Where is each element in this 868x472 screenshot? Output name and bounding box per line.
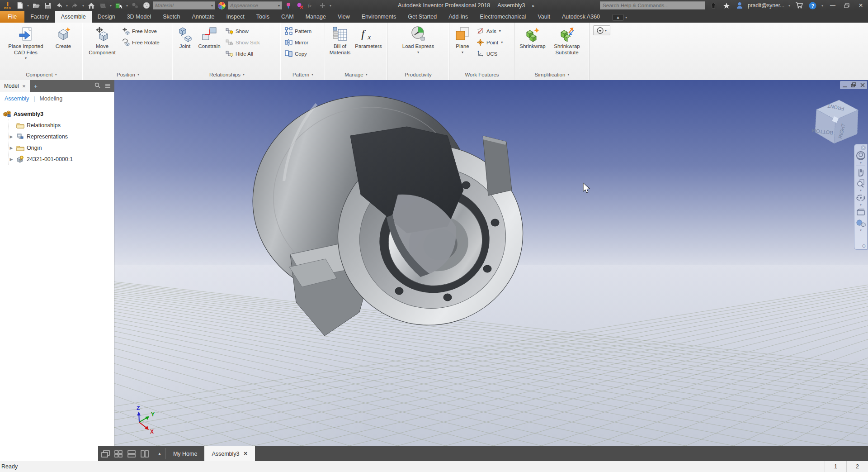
add-to-qat-button[interactable] — [317, 1, 327, 10]
undo-caret[interactable]: ▾ — [65, 4, 69, 8]
bill-of-materials-button[interactable]: Bill of Materials — [326, 24, 354, 68]
ribbon-display-caret[interactable]: ▾ — [625, 15, 627, 19]
free-rotate-button[interactable]: Free Rotate — [120, 37, 162, 48]
representations-expand-icon[interactable]: ▶ — [9, 134, 14, 139]
material-dropdown[interactable]: Material▾ — [153, 1, 215, 10]
tab-tools[interactable]: Tools — [250, 11, 275, 23]
panel-name-component[interactable]: Component▾ — [0, 69, 83, 80]
point-button[interactable]: Point ▾ — [474, 37, 505, 48]
browser-menu-icon[interactable] — [105, 82, 111, 90]
user-account-menu[interactable]: pradit@syner... — [748, 2, 784, 9]
wheel-caret[interactable]: ▾ — [860, 161, 862, 165]
tree-node-relationships[interactable]: Relationships — [9, 119, 114, 131]
tab-add-ins[interactable]: Add-Ins — [443, 11, 474, 23]
panel-name-position[interactable]: Position▾ — [83, 69, 173, 80]
navbar-options-icon[interactable]: ⊖ — [862, 243, 866, 248]
redo-button[interactable] — [70, 1, 80, 10]
window-restore-button[interactable] — [841, 1, 852, 10]
panel-name-pattern[interactable]: Pattern▾ — [281, 69, 325, 80]
show-sick-button[interactable]: ! Show Sick — [223, 37, 262, 48]
style-caret[interactable]: ▾ — [860, 229, 862, 232]
copy-button[interactable]: Copy — [283, 48, 314, 59]
hide-all-constraints-button[interactable]: Hide All — [223, 48, 262, 59]
tree-node-origin[interactable]: ▶ Origin — [9, 142, 114, 153]
place-imported-caret[interactable]: ▾ — [25, 56, 27, 60]
create-component-button[interactable]: Create — [50, 24, 76, 68]
tab-inspect[interactable]: Inspect — [220, 11, 250, 23]
save-button[interactable] — [42, 1, 52, 10]
zoom-caret[interactable]: ▾ — [860, 189, 862, 192]
help-caret[interactable]: ▾ — [821, 4, 824, 8]
viewport-3d[interactable]: FRONT BOTTOM RIGHT Z Y X ✕ — [114, 80, 868, 446]
help-icon[interactable]: ? — [807, 1, 817, 10]
origin-expand-icon[interactable]: ▶ — [9, 146, 14, 150]
fx-quick-button[interactable]: fx — [306, 1, 316, 10]
panel-name-simplification[interactable]: Simplification▾ — [515, 69, 589, 80]
joint-quick-button[interactable] — [130, 1, 140, 10]
tree-node-assembly-root[interactable]: Assembly3 — [3, 108, 114, 119]
browser-tab-close-icon[interactable]: ✕ — [22, 84, 26, 89]
app-store-cart-icon[interactable] — [794, 1, 804, 10]
joint-button[interactable]: Joint — [175, 24, 195, 68]
user-menu-caret[interactable]: ▾ — [788, 4, 791, 8]
window-close-button[interactable]: ✕ — [855, 1, 866, 10]
tab-factory[interactable]: Factory — [24, 11, 55, 23]
tab-design[interactable]: Design — [92, 11, 121, 23]
tile-windows-icon[interactable] — [114, 450, 123, 458]
navigation-wheel-icon[interactable] — [855, 150, 866, 161]
look-at-face-button[interactable] — [98, 1, 108, 10]
home-button[interactable] — [86, 1, 96, 10]
expand-tab-list-icon[interactable]: ▲ — [157, 446, 162, 461]
tab-sketch[interactable]: Sketch — [157, 11, 186, 23]
new-file-caret[interactable]: ▾ — [26, 4, 30, 8]
free-move-button[interactable]: Free Move — [120, 25, 162, 37]
favorites-star-icon[interactable] — [722, 1, 731, 10]
pan-icon[interactable] — [855, 167, 866, 178]
orbit-icon[interactable] — [855, 192, 866, 203]
shrinkwrap-button[interactable]: Shrinkwrap — [516, 24, 549, 68]
visual-style-icon[interactable] — [855, 218, 866, 229]
arrange-vertical-icon[interactable] — [140, 450, 149, 458]
place-imported-cad-files-button[interactable]: Place Imported CAD Files ▾ — [1, 24, 50, 68]
ucs-button[interactable]: UCS — [474, 48, 505, 59]
new-file-button[interactable] — [15, 1, 25, 10]
orbit-caret[interactable]: ▾ — [860, 203, 862, 207]
doc-switch-arrow-icon[interactable]: ▸ — [532, 3, 534, 8]
show-constraints-button[interactable]: Show — [223, 25, 262, 37]
zoom-icon[interactable] — [855, 178, 866, 189]
panel-name-relationships[interactable]: Relationships▾ — [173, 69, 281, 80]
tree-node-part[interactable]: ▶ 24321-001-0000:1 — [9, 153, 114, 165]
axis-button[interactable]: Axis ▾ — [474, 25, 505, 37]
arrange-horizontal-icon[interactable] — [127, 450, 136, 458]
cascade-windows-icon[interactable] — [101, 450, 110, 458]
move-component-button[interactable]: Move Component — [85, 24, 120, 68]
tab-annotate[interactable]: Annotate — [186, 11, 220, 23]
load-express-button[interactable]: Load Express ▾ — [396, 24, 441, 68]
select-tool-button[interactable] — [114, 1, 124, 10]
panel-name-manage[interactable]: Manage▾ — [325, 69, 387, 80]
material-ball-icon[interactable] — [142, 1, 151, 10]
tab-3d-model[interactable]: 3D Model — [121, 11, 157, 23]
redo-caret[interactable]: ▾ — [81, 4, 85, 8]
window-minimize-button[interactable]: — — [827, 1, 838, 10]
tab-autodesk-a360[interactable]: Autodesk A360 — [556, 11, 606, 23]
adjust-appearance-button[interactable] — [283, 1, 293, 10]
tree-node-representations[interactable]: ▶ Representations — [9, 131, 114, 142]
display-options-dropdown[interactable]: ▾ — [593, 25, 610, 35]
navbar-close-icon[interactable]: ✕ — [861, 145, 866, 150]
look-at-caret[interactable]: ▾ — [109, 4, 113, 8]
clear-appearance-button[interactable] — [295, 1, 305, 10]
plane-caret[interactable]: ▾ — [462, 50, 463, 54]
panel-name-work-features[interactable]: Work Features — [449, 69, 514, 80]
browser-add-tab-button[interactable]: + — [30, 80, 42, 92]
part-expand-icon[interactable]: ▶ — [9, 157, 14, 162]
qat-customize-caret[interactable]: ▾ — [329, 4, 332, 8]
undo-button[interactable] — [54, 1, 64, 10]
panel-name-productivity[interactable]: Productivity — [387, 69, 449, 80]
tab-get-started[interactable]: Get Started — [402, 11, 443, 23]
sign-in-avatar-icon[interactable] — [735, 1, 745, 10]
tab-assemble[interactable]: Assemble — [55, 11, 92, 23]
tab-view[interactable]: View — [332, 11, 356, 23]
tab-electromechanical[interactable]: Electromechanical — [474, 11, 532, 23]
tab-environments[interactable]: Environments — [356, 11, 402, 23]
